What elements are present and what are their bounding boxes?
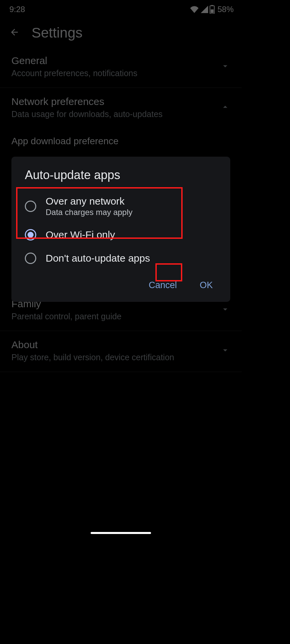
auto-update-dialog: Auto-update apps Over any network Data c…	[11, 157, 230, 302]
radio-icon	[25, 201, 36, 212]
ok-button[interactable]: OK	[196, 278, 217, 292]
dialog-title: Auto-update apps	[11, 168, 230, 190]
radio-icon	[25, 229, 36, 240]
option-label: Over any network	[46, 196, 133, 207]
option-over-any-network[interactable]: Over any network Data charges may apply	[11, 190, 230, 223]
option-subtitle: Data charges may apply	[46, 208, 133, 217]
option-label: Over Wi-Fi only	[46, 229, 115, 240]
radio-icon	[25, 253, 36, 264]
option-label: Don't auto-update apps	[46, 253, 150, 264]
dialog-actions: Cancel OK	[11, 270, 230, 294]
gesture-nav-handle[interactable]	[91, 532, 151, 534]
cancel-button[interactable]: Cancel	[145, 278, 181, 292]
option-dont-auto-update[interactable]: Don't auto-update apps	[11, 247, 230, 270]
option-over-wifi-only[interactable]: Over Wi-Fi only	[11, 223, 230, 247]
